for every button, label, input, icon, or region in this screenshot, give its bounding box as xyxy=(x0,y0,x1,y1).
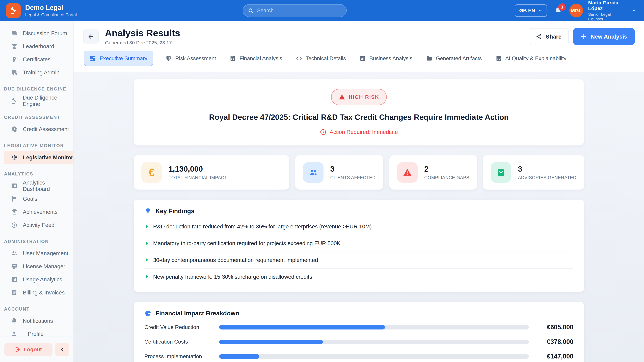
share-icon xyxy=(536,33,542,40)
tab-label: Generated Artifacts xyxy=(436,55,482,61)
person-icon xyxy=(11,331,18,337)
shield-icon xyxy=(165,55,172,62)
sidebar-item-label: Credit Assessment xyxy=(23,126,69,132)
sidebar-item-usage-analytics[interactable]: Usage Analytics xyxy=(4,273,74,286)
back-button[interactable] xyxy=(83,29,98,44)
impact-bars: Credit Value Reduction €605,000 Certific… xyxy=(144,324,574,360)
people-icon xyxy=(303,162,324,183)
search-icon xyxy=(248,7,254,13)
tab-financial-analysis[interactable]: Financial Analysis xyxy=(228,51,284,66)
sidebar-item-certificates[interactable]: Certificates xyxy=(4,53,74,66)
sidebar-item-profile[interactable]: Profile xyxy=(4,328,74,337)
share-button[interactable]: Share xyxy=(528,28,569,45)
sidebar-item-leaderboard[interactable]: Leaderboard xyxy=(4,40,74,53)
sidebar-nav: Discussion Forum Leaderboard Certificate… xyxy=(0,21,74,337)
chevron-down-icon[interactable] xyxy=(632,8,636,13)
risk-label: HIGH RISK xyxy=(349,94,379,100)
sidebar-item-analytics-dashboard[interactable]: Analytics Dashboard xyxy=(4,179,74,192)
language-label: GB EN xyxy=(519,8,535,13)
global-search[interactable] xyxy=(243,4,347,17)
logout-button[interactable]: Logout xyxy=(4,343,52,356)
risk-badge: HIGH RISK xyxy=(331,89,387,105)
sidebar-item-billing-invoices[interactable]: Billing & Invoices xyxy=(4,286,74,299)
stat-compliance-gaps: 2 COMPLIANCE GAPS xyxy=(390,155,477,190)
finding-item: 30-day contemporaneous documentation req… xyxy=(144,252,574,269)
avatar[interactable]: MGL xyxy=(569,4,583,17)
warning-triangle-icon xyxy=(397,162,418,183)
sidebar-item-license-manager[interactable]: License Manager xyxy=(4,260,74,273)
tab-label: AI Quality & Explainability xyxy=(505,55,566,61)
chat-icon xyxy=(11,30,18,37)
bar-fill xyxy=(219,325,385,330)
user-name: María García López xyxy=(588,0,624,11)
tab-executive-summary[interactable]: Executive Summary xyxy=(84,51,153,66)
sidebar-item-label: Due Diligence Engine xyxy=(23,94,74,107)
sidebar-item-training-admin[interactable]: Training Admin xyxy=(4,66,74,79)
user-menu[interactable]: María García López Senior Legal Counsel xyxy=(588,0,624,21)
scroll-area[interactable]: HIGH RISK Royal Decree 47/2025: Critical… xyxy=(74,72,644,362)
tab-business-analysis[interactable]: Business Analysis xyxy=(358,51,414,66)
impact-label: Certification Costs xyxy=(144,339,213,345)
sidebar-item-goals[interactable]: Goals xyxy=(4,192,74,205)
bar-track xyxy=(219,340,529,344)
bar-fill xyxy=(219,354,260,359)
sidebar-item-legislative-monitor[interactable]: Legislative Monitor xyxy=(4,151,74,164)
bar-track xyxy=(219,354,529,359)
sidebar-item-user-management[interactable]: User Management xyxy=(4,247,74,260)
stat-label: ADVISORIES GENERATED xyxy=(518,175,576,180)
main-content: Analysis Results Generated 30 Dec 2025, … xyxy=(74,21,644,362)
tab-risk-assessment[interactable]: Risk Assessment xyxy=(164,51,218,66)
bar-track xyxy=(219,325,529,330)
bullet-triangle-icon xyxy=(146,275,149,279)
sidebar-item-label: Legislative Monitor xyxy=(23,154,73,161)
sidebar-footer: Logout xyxy=(0,337,74,362)
bar-chart-icon xyxy=(360,55,366,62)
sidebar-item-achievements[interactable]: Achievements xyxy=(4,205,74,219)
sidebar-item-activity-feed[interactable]: Activity Feed xyxy=(4,219,74,232)
lightbulb-icon xyxy=(144,208,152,215)
chevron-left-icon xyxy=(60,347,65,352)
findings-list: R&D deduction rate reduced from 42% to 3… xyxy=(144,218,574,285)
receipt-icon xyxy=(11,289,18,296)
impact-row: Credit Value Reduction €605,000 xyxy=(144,324,574,331)
stat-clients-affected: 3 CLIENTS AFFECTED xyxy=(295,155,384,190)
sidebar-item-discussion-forum[interactable]: Discussion Forum xyxy=(4,27,74,40)
gavel-icon xyxy=(11,97,18,104)
sidebar-item-label: Leaderboard xyxy=(23,43,54,50)
sidebar-item-credit-assessment[interactable]: Credit Assessment xyxy=(4,123,74,136)
envelope-icon xyxy=(491,162,511,183)
page-header: Analysis Results Generated 30 Dec 2025, … xyxy=(74,21,644,72)
logout-icon xyxy=(15,347,21,352)
certificate-icon xyxy=(11,56,18,63)
language-selector[interactable]: GB EN xyxy=(515,4,547,17)
flag-icon xyxy=(11,195,18,202)
impact-label: Credit Value Reduction xyxy=(144,324,213,330)
sidebar-item-label: Notifications xyxy=(23,318,53,324)
brand-title: Demo Legal xyxy=(25,4,77,11)
tab-generated-artifacts[interactable]: Generated Artifacts xyxy=(424,51,483,66)
sidebar-item-due-diligence-engine[interactable]: Due Diligence Engine xyxy=(4,94,74,107)
brand: Demo Legal Legal & Compliance Portal xyxy=(6,3,77,18)
new-analysis-button[interactable]: New Analysis xyxy=(573,28,634,45)
sidebar-item-label: Profile xyxy=(28,331,44,337)
logout-label: Logout xyxy=(24,347,42,353)
folder-icon xyxy=(426,55,432,62)
brand-subtitle: Legal & Compliance Portal xyxy=(25,12,77,17)
financial-impact-title: Financial Impact Breakdown xyxy=(156,310,239,317)
search-input[interactable] xyxy=(257,7,342,13)
sidebar-item-notifications[interactable]: Notifications 3 xyxy=(4,314,74,328)
finding-item: R&D deduction rate reduced from 42% to 3… xyxy=(144,218,574,235)
notifications-button[interactable]: 3 xyxy=(554,7,562,14)
action-required: Action Required: Immediate xyxy=(320,129,398,135)
stats-row: € 1,130,000 TOTAL FINANCIAL IMPACT 3 CLI… xyxy=(134,155,584,190)
tab-technical-details[interactable]: Technical Details xyxy=(294,51,347,66)
bar-chart-icon xyxy=(11,182,18,189)
page-subtitle: Generated 30 Dec 2025, 23:17 xyxy=(105,40,180,45)
sidebar-collapse-button[interactable] xyxy=(55,343,69,356)
gavel-icon xyxy=(9,6,18,15)
tab-ai-quality[interactable]: AI Quality & Explainability xyxy=(494,51,568,66)
bar-chart-icon xyxy=(11,276,18,283)
chevron-down-icon xyxy=(538,8,542,13)
bell-icon xyxy=(11,318,18,325)
key-findings-card: Key Findings R&D deduction rate reduced … xyxy=(134,200,584,292)
